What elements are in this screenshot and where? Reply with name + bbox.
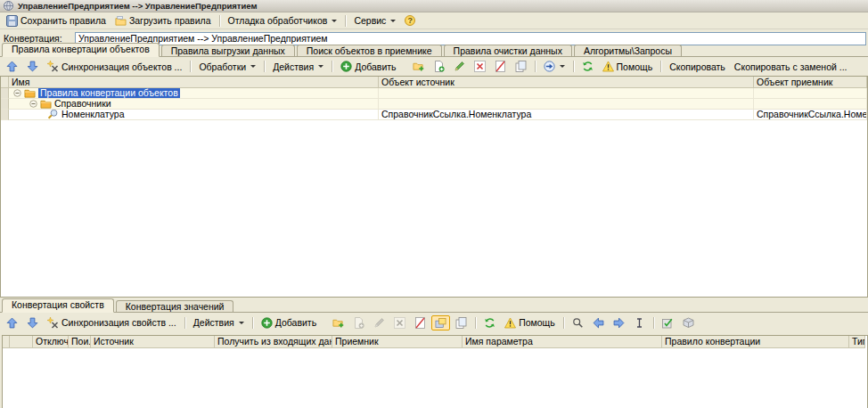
table-row[interactable]: Справочники [1,99,867,110]
actions-label: Действия [273,61,314,72]
main-toolbar: Сохранить правила Загрузить правила Отла… [0,12,868,29]
service-button[interactable]: Сервис [350,13,399,28]
refresh-button[interactable] [578,59,597,74]
add-button[interactable]: Добавить [258,315,320,330]
column-header-target-object: Объект приемник [754,77,867,88]
up-arrow-icon [6,317,18,329]
edit-button[interactable] [370,315,389,330]
processing-button[interactable]: Обработки [195,60,259,74]
chevron-down-icon [239,322,244,324]
delete-button[interactable] [390,315,409,330]
add-folder-icon [413,61,424,72]
target-cell: СправочникСсылка.Номенклатура [754,110,867,120]
actions-button[interactable]: Действия [269,60,327,74]
debug-handlers-button[interactable]: Отладка обработчиков [225,13,341,28]
help-question-icon [405,15,415,26]
tree-toggle-icon[interactable] [29,100,37,108]
layers-icon [435,317,446,329]
copy-button[interactable]: Скопировать [666,60,729,74]
actions-button[interactable]: Действия [190,315,248,330]
transfer-button[interactable] [540,59,569,74]
add-label: Добавить [355,61,396,72]
tree-toggle-icon[interactable] [13,89,21,97]
help-button[interactable] [401,13,419,28]
next-button[interactable] [610,315,628,330]
toolbar-separator [345,15,346,27]
objects-help-label: Помощь [617,61,653,72]
toolbar-separator [475,317,476,329]
table-row[interactable]: Правила конвертации объектов [1,88,867,99]
table-row[interactable]: Номенклатура СправочникСсылка.Номенклату… [1,110,867,120]
move-up-button[interactable] [3,315,21,330]
sort-button[interactable] [630,315,649,330]
toolbar-separator [660,61,661,72]
window-titlebar: УправлениеПредприятием --> УправлениеПре… [0,0,868,12]
objects-help-button[interactable]: Помощь [599,59,657,74]
tab-object-search-target[interactable]: Поиск объектов в приемнике [297,45,442,56]
copy-with-replace-label: Скопировать с заменой ... [734,61,848,72]
source-cell: СправочникСсылка.Номенклатура [379,110,754,120]
tree-node-label: Справочники [54,99,111,109]
tab-value-conversion[interactable]: Конвертация значений [116,300,234,312]
edit-pencil-icon [454,61,465,72]
add-button[interactable]: Добавить [337,59,399,74]
objects-table-header: Имя Объект источник Объект приемник [1,77,867,88]
save-icon [6,15,18,27]
add-group-button[interactable] [329,315,348,330]
toolbar-separator [264,61,265,72]
sync-objects-button[interactable]: Синхронизация объектов ... [44,59,185,74]
edit-button[interactable] [450,59,469,74]
column-header-source: Источник [91,336,215,348]
toolbar-separator [332,61,332,72]
conversion-input[interactable] [75,32,866,45]
toolbar-separator [252,317,253,329]
properties-table-body[interactable] [3,348,867,408]
help-warning-icon [504,317,516,329]
up-arrow-icon [6,61,18,72]
load-rules-button[interactable]: Загрузить правила [111,13,215,29]
add-copy-button[interactable] [349,315,368,330]
refresh-button[interactable] [480,315,499,330]
copy-pages-icon [455,317,467,329]
toolbar-separator [190,61,191,72]
tab-property-conversion[interactable]: Конвертация свойств [2,298,114,313]
disable-rule-button[interactable] [491,59,510,74]
window-title: УправлениеПредприятием --> УправлениеПре… [18,1,258,11]
copy-rows-button[interactable] [512,59,530,74]
output-list-button[interactable] [679,315,698,330]
settings-button[interactable] [659,315,677,330]
edit-pencil-icon [373,317,385,329]
sync-properties-button[interactable]: Синхронизация свойств ... [44,315,180,330]
sync-icon [47,317,59,329]
move-down-button[interactable] [23,59,42,74]
add-group-button[interactable] [409,59,428,74]
copy-rows-button[interactable] [452,315,471,330]
tab-data-clearing-rules[interactable]: Правила очистки данных [444,45,572,56]
toolbar-separator [653,317,654,329]
prev-button[interactable] [589,315,608,330]
properties-help-button[interactable]: Помощь [501,315,559,330]
copy-pages-icon [515,61,527,72]
move-up-button[interactable] [3,59,21,74]
marker-column-header [1,77,9,88]
move-down-button[interactable] [23,315,42,330]
add-copy-button[interactable] [430,59,448,74]
save-rules-button[interactable]: Сохранить правила [3,13,110,29]
tab-data-export-rules[interactable]: Правила выгрузки данных [161,45,295,56]
strike-out-icon [414,317,426,329]
target-cell [754,99,867,110]
column-header-parameter-name: Имя параметра [463,336,662,348]
load-rules-label: Загрузить правила [129,15,211,26]
show-parameters-toggle[interactable] [431,315,450,330]
delete-button[interactable] [471,59,489,74]
rule-magnifier-icon [47,110,59,120]
tab-algorithms-queries[interactable]: Алгоритмы\Запросы [574,45,682,56]
cube-icon [683,317,694,329]
tab-object-conversion-rules[interactable]: Правила конвертации объектов [2,43,160,57]
copy-with-replace-button[interactable]: Скопировать с заменой ... [731,60,851,74]
properties-table-header: Отключи... Пои... Источник Получить из в… [3,336,867,348]
column-header-blank [10,336,33,348]
disable-rule-button[interactable] [411,315,430,330]
find-button[interactable] [569,315,587,330]
column-header-name: Имя [9,77,379,88]
